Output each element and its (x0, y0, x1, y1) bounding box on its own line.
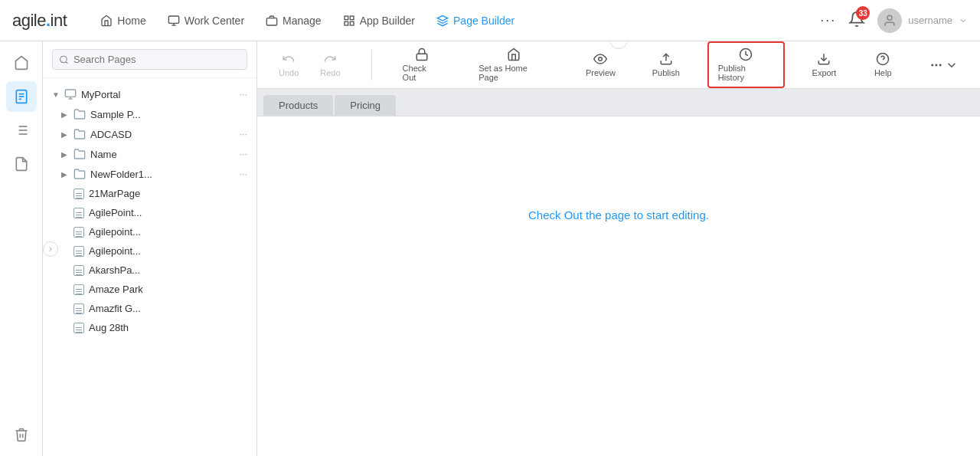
tree-label-agilepoint2: Agilepoint... (89, 226, 247, 238)
page-canvas: Products Pricing Check Out the page to s… (257, 89, 980, 456)
redo-icon (323, 52, 337, 66)
tab-products[interactable]: Products (263, 95, 333, 116)
svg-point-33 (940, 64, 941, 65)
iconbar-document[interactable] (6, 149, 37, 179)
canvas-content: Check Out the page to start editing. (257, 116, 980, 252)
tree-more-adcasd[interactable]: ··· (240, 129, 247, 139)
tree-item-adcasd[interactable]: ▶ ADCASD ··· (43, 124, 256, 144)
more-icon (929, 58, 943, 72)
redo-button[interactable]: Redo (311, 48, 349, 82)
tree-item-agilepoint2[interactable]: ▶ Agilepoint... (43, 222, 256, 241)
publish-icon (659, 52, 673, 66)
chevron-right-icon (47, 245, 54, 253)
nav-more-button[interactable]: ··· (820, 12, 836, 28)
tree-label-amazfit: Amazfit G... (89, 303, 247, 314)
logo-text: agile.int (12, 11, 67, 31)
tree-more-name[interactable]: ··· (240, 149, 247, 159)
tree-more-newfolder[interactable]: ··· (240, 169, 247, 179)
svg-point-31 (932, 64, 933, 65)
preview-icon (593, 52, 607, 66)
username-label: username (908, 15, 952, 26)
tree-arrow-newfolder: ▶ (61, 170, 69, 179)
tree-item-newfolder[interactable]: ▶ NewFolder1... ··· (43, 164, 256, 184)
home-sidebar-icon (14, 55, 29, 71)
search-input[interactable] (74, 54, 240, 65)
page-icon-amazfit (74, 303, 84, 314)
preview-button[interactable]: Preview (577, 48, 625, 82)
tree-label-amazepark: Amaze Park (89, 284, 247, 295)
tree-more-myportal[interactable]: ··· (240, 89, 247, 100)
iconbar-home[interactable] (6, 48, 37, 78)
tree-item-21marpage[interactable]: ▶ 21MarPage (43, 184, 256, 203)
tree-label-21marpage: 21MarPage (89, 188, 247, 199)
monitor-icon (168, 15, 180, 27)
iconbar-list[interactable] (6, 115, 37, 146)
iconbar-page-builder[interactable] (6, 81, 37, 112)
search-icon (59, 54, 69, 65)
publish-history-button[interactable]: Publish History (707, 41, 785, 88)
publish-button[interactable]: Publish (643, 48, 689, 82)
main-layout: ▼ MyPortal ··· ▶ Sample P... ▶ ADCASD ··… (0, 41, 980, 456)
logo[interactable]: agile.int (12, 11, 67, 31)
nav-item-home[interactable]: Home (91, 10, 155, 31)
tree-label-aug28th: Aug 28th (89, 322, 247, 333)
main-nav: Home Work Center Manage App Builder Page… (91, 10, 820, 31)
undo-button[interactable]: Undo (270, 48, 308, 82)
tree-item-amazfit[interactable]: ▶ Amazfit G... (43, 299, 256, 318)
tree-arrow-samplep: ▶ (61, 110, 69, 119)
grid-icon (343, 15, 355, 27)
search-area (43, 41, 256, 78)
collapse-sidebar-button[interactable] (43, 241, 58, 257)
nav-item-workcenter[interactable]: Work Center (158, 10, 253, 31)
home-icon (100, 15, 113, 27)
help-button[interactable]: Help (864, 48, 902, 82)
tab-pricing[interactable]: Pricing (335, 95, 396, 116)
tree-item-amazepark[interactable]: ▶ Amaze Park (43, 280, 256, 299)
nav-item-manage[interactable]: Manage (256, 10, 331, 31)
tree-label-newfolder: NewFolder1... (90, 169, 235, 180)
trash-icon (14, 427, 29, 442)
svg-rect-3 (266, 18, 276, 25)
svg-rect-4 (345, 16, 348, 20)
iconbar-trash[interactable] (6, 419, 37, 450)
toolbar-more-button[interactable] (920, 54, 968, 77)
tree-label-name: Name (90, 149, 235, 160)
nav-item-appbuilder[interactable]: App Builder (334, 10, 424, 31)
svg-line-20 (66, 61, 67, 63)
tree-item-samplep[interactable]: ▶ Sample P... (43, 104, 256, 124)
tree-item-aug28th[interactable]: ▶ Aug 28th (43, 318, 256, 337)
export-button[interactable]: Export (803, 48, 846, 82)
nav-right: ··· 33 username (820, 8, 968, 33)
user-menu[interactable]: username (877, 8, 968, 33)
nav-item-pagebuilder[interactable]: Page Builder (427, 10, 524, 31)
tree-item-agilepoint3[interactable]: ▶ Agilepoint... (43, 241, 256, 261)
tree-arrow-adcasd: ▶ (61, 130, 69, 139)
sidebar-tree: ▼ MyPortal ··· ▶ Sample P... ▶ ADCASD ··… (43, 78, 256, 456)
sidebar: ▼ MyPortal ··· ▶ Sample P... ▶ ADCASD ··… (43, 41, 257, 456)
user-avatar (877, 8, 902, 33)
folder-icon-adcasd (74, 128, 86, 140)
notification-button[interactable]: 33 (848, 11, 865, 30)
checkout-button[interactable]: Check Out (394, 43, 452, 87)
file-page-icon (14, 89, 29, 104)
svg-rect-24 (417, 54, 428, 60)
notification-badge: 33 (856, 6, 870, 20)
svg-rect-6 (345, 21, 348, 25)
svg-point-25 (599, 57, 603, 61)
tree-item-agilepoint1[interactable]: ▶ AgilePoint... (43, 203, 256, 222)
tree-label-myportal: MyPortal (81, 89, 235, 100)
tree-arrow-name: ▶ (61, 150, 69, 159)
page-icon-agilepoint3 (74, 246, 84, 257)
search-box[interactable] (52, 49, 247, 70)
checkout-icon (415, 48, 429, 61)
layers-icon (436, 15, 449, 27)
tree-label-akarshpa: AkarshPa... (89, 264, 247, 276)
divider-1 (371, 50, 372, 80)
tree-root-myportal[interactable]: ▼ MyPortal ··· (43, 84, 256, 104)
set-home-button[interactable]: Set as Home Page (469, 43, 558, 87)
chevron-down-icon (959, 16, 968, 25)
tree-item-name[interactable]: ▶ Name ··· (43, 144, 256, 164)
svg-rect-0 (168, 16, 178, 23)
page-icon-21marpage (74, 189, 84, 199)
tree-item-akarshpa[interactable]: ▶ AkarshPa... (43, 261, 256, 280)
